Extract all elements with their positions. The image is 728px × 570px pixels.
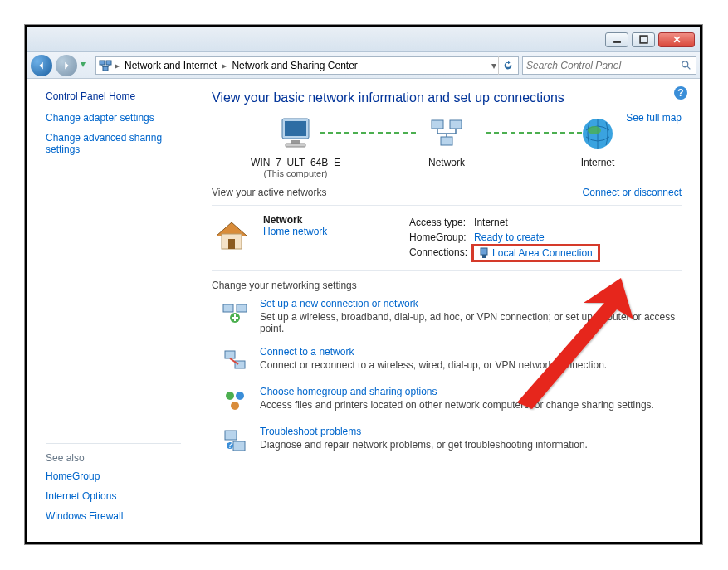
network-icon <box>427 114 467 153</box>
svg-point-26 <box>226 392 234 400</box>
search-input[interactable] <box>526 60 677 71</box>
svg-rect-18 <box>228 239 235 249</box>
globe-icon <box>578 114 618 153</box>
svg-text:?: ? <box>677 87 683 99</box>
sidebar-adapter-settings[interactable]: Change adapter settings <box>46 112 181 124</box>
maximize-button[interactable] <box>632 32 655 47</box>
titlebar <box>27 27 700 52</box>
forward-button[interactable] <box>56 55 77 76</box>
chevron-icon: ▸ <box>115 60 120 71</box>
minimize-button[interactable] <box>605 32 628 47</box>
access-type-label: Access type: <box>409 216 472 229</box>
homegroup-label: HomeGroup: <box>409 231 472 244</box>
task-connect-link[interactable]: Connect to a network <box>260 346 607 358</box>
svg-point-28 <box>231 402 239 410</box>
svg-rect-9 <box>285 121 306 136</box>
content-pane: ? View your basic network information an… <box>193 79 700 542</box>
home-network-icon <box>212 214 252 254</box>
svg-rect-2 <box>100 61 105 65</box>
svg-rect-4 <box>103 66 108 71</box>
sidebar-internet-options[interactable]: Internet Options <box>46 490 181 502</box>
access-type-value: Internet <box>474 216 603 229</box>
page-title: View your basic network information and … <box>212 90 682 105</box>
local-area-connection-link[interactable]: Local Area Connection <box>474 246 598 260</box>
svg-rect-22 <box>237 304 247 312</box>
sidebar-windows-firewall[interactable]: Windows Firewall <box>46 510 181 522</box>
sidebar-homegroup[interactable]: HomeGroup <box>46 470 181 482</box>
sidebar: Control Panel Home Change adapter settin… <box>27 79 193 542</box>
refresh-button[interactable] <box>498 56 516 75</box>
task-setup-link[interactable]: Set up a new connection or network <box>260 298 682 309</box>
svg-point-5 <box>682 61 688 66</box>
active-networks-header: View your active networks Connect or dis… <box>212 187 682 198</box>
svg-rect-1 <box>640 36 647 43</box>
history-dropdown[interactable]: ▾ <box>81 58 92 73</box>
svg-point-27 <box>236 392 244 400</box>
network-name: Network <box>263 214 388 226</box>
map-network-label: Network <box>428 157 465 168</box>
svg-rect-10 <box>291 140 300 144</box>
homegroup-link[interactable]: Ready to create <box>474 231 545 243</box>
svg-rect-30 <box>233 441 245 451</box>
task-homegroup: Choose homegroup and sharing options Acc… <box>212 386 682 414</box>
connect-network-icon <box>222 348 248 374</box>
map-this-computer[interactable]: WIN_7_ULT_64B_E (This computer) <box>237 114 354 178</box>
adapter-icon <box>479 247 489 259</box>
task-setup-connection: Set up a new connection or network Set u… <box>212 298 682 334</box>
see-also-header: See also <box>46 452 181 464</box>
svg-rect-19 <box>481 248 487 255</box>
close-button[interactable] <box>658 32 695 47</box>
network-category-link[interactable]: Home network <box>263 226 388 237</box>
sidebar-advanced-sharing[interactable]: Change advanced sharing settings <box>46 132 181 155</box>
task-troubleshoot-link[interactable]: Troubleshoot problems <box>260 426 588 437</box>
svg-rect-14 <box>441 137 452 145</box>
task-homegroup-desc: Access files and printers located on oth… <box>260 399 654 411</box>
map-pc-label: WIN_7_ULT_64B_E <box>251 157 340 168</box>
breadcrumb-level2[interactable]: Network and Sharing Center <box>228 57 360 74</box>
svg-rect-21 <box>223 304 233 312</box>
svg-rect-13 <box>450 120 462 129</box>
task-homegroup-link[interactable]: Choose homegroup and sharing options <box>260 386 654 397</box>
sidebar-home[interactable]: Control Panel Home <box>46 90 181 102</box>
svg-rect-0 <box>613 41 621 43</box>
breadcrumb-level1[interactable]: Network and Internet <box>121 57 220 74</box>
task-setup-desc: Set up a wireless, broadband, dial-up, a… <box>260 311 682 334</box>
connections-label: Connections: <box>409 246 472 262</box>
map-pc-sublabel: (This computer) <box>263 168 327 178</box>
homegroup-icon <box>222 387 248 414</box>
task-connect-network: Connect to a network Connect or reconnec… <box>212 346 682 374</box>
connect-disconnect-link[interactable]: Connect or disconnect <box>583 187 682 198</box>
address-bar[interactable]: ▸ Network and Internet ▸ Network and Sha… <box>95 56 519 75</box>
svg-point-16 <box>588 126 601 134</box>
active-network-row: Network Home network Access type:Interne… <box>212 214 682 264</box>
svg-rect-20 <box>482 255 486 258</box>
map-internet-label: Internet <box>581 157 615 168</box>
task-troubleshoot: ? Troubleshoot problems Diagnose and rep… <box>212 426 682 454</box>
map-internet[interactable]: Internet <box>540 114 656 168</box>
svg-rect-24 <box>225 351 235 358</box>
window-frame: ▾ ▸ Network and Internet ▸ Network and S… <box>25 25 702 544</box>
task-connect-desc: Connect or reconnect to a wireless, wire… <box>260 359 607 371</box>
nav-toolbar: ▾ ▸ Network and Internet ▸ Network and S… <box>27 52 700 79</box>
change-settings-header: Change your networking settings <box>212 280 682 291</box>
search-box[interactable] <box>522 56 696 75</box>
svg-rect-3 <box>106 61 111 65</box>
network-map: WIN_7_ULT_64B_E (This computer) Network … <box>212 114 682 178</box>
troubleshoot-icon: ? <box>222 427 248 454</box>
help-icon[interactable]: ? <box>673 85 688 100</box>
svg-text:?: ? <box>227 439 233 451</box>
setup-connection-icon <box>222 300 248 326</box>
chevron-down-icon[interactable]: ▾ <box>491 60 496 71</box>
network-center-icon <box>98 58 113 73</box>
map-network[interactable]: Network <box>388 114 505 168</box>
search-icon <box>681 60 692 71</box>
chevron-icon: ▸ <box>222 60 227 71</box>
task-troubleshoot-desc: Diagnose and repair network problems, or… <box>260 439 588 451</box>
svg-rect-11 <box>286 144 305 147</box>
svg-rect-12 <box>432 120 443 129</box>
computer-icon <box>276 114 315 153</box>
back-button[interactable] <box>31 55 52 76</box>
